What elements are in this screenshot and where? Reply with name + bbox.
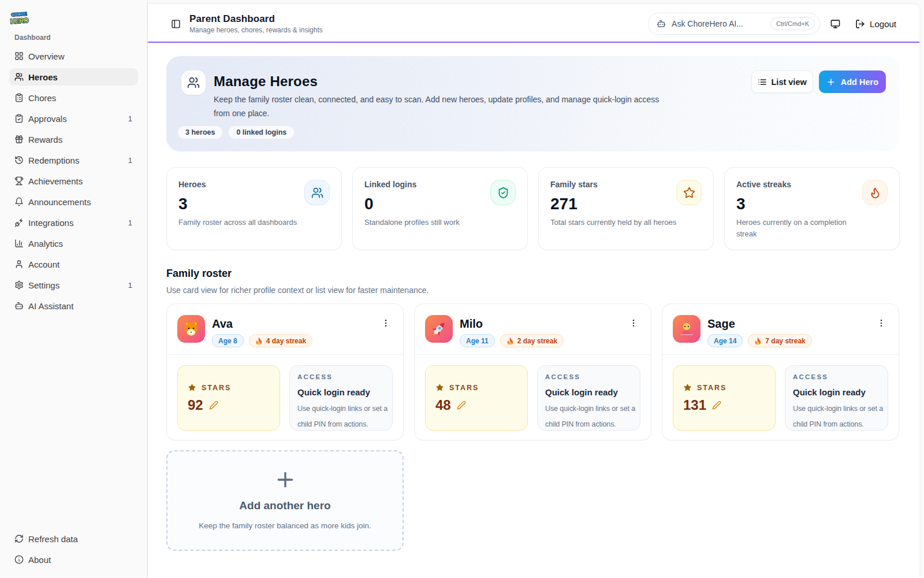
svg-text:HERO: HERO <box>10 17 29 25</box>
